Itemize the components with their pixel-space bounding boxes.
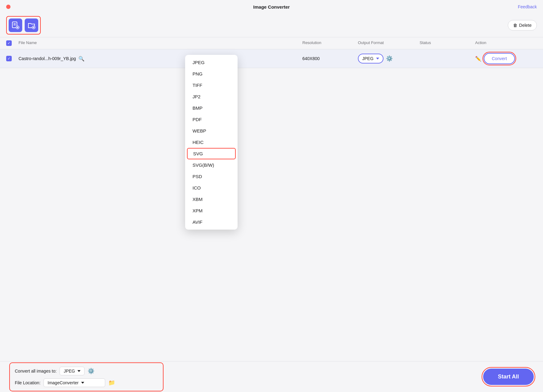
bottom-settings-panel: Convert all images to: JPEG ⚙️ File Loca… xyxy=(9,362,164,391)
chevron-down-icon xyxy=(376,58,379,59)
edit-icon[interactable]: ✏️ xyxy=(475,56,481,62)
convert-all-format-value: JPEG xyxy=(64,369,75,374)
action-cell: ✏️ Convert xyxy=(475,53,537,64)
file-location-value: ImageConverter xyxy=(48,380,78,385)
dropdown-item-svgbw[interactable]: SVG(B/W) xyxy=(185,159,238,171)
dropdown-item-svg[interactable]: SVG xyxy=(187,148,236,159)
file-location-select[interactable]: ImageConverter xyxy=(44,378,105,387)
convert-all-format-select[interactable]: JPEG xyxy=(60,367,85,375)
dropdown-item-png[interactable]: PNG xyxy=(185,68,238,80)
dropdown-item-heic[interactable]: HEIC xyxy=(185,137,238,148)
trash-icon: 🗑 xyxy=(513,23,517,28)
select-all-checkbox[interactable]: ✓ xyxy=(6,40,12,46)
convert-all-label: Convert all images to: xyxy=(15,369,56,374)
format-dropdown-menu: JPEG PNG TIFF JP2 BMP PDF WEBP HEIC SVG … xyxy=(185,55,238,230)
file-name-cell: Castro-randol...h-009r_YB.jpg 🔍 xyxy=(19,56,302,62)
format-select-dropdown[interactable]: JPEG xyxy=(358,54,383,63)
dropdown-item-xbm[interactable]: XBM xyxy=(185,194,238,205)
col-filename: File Name xyxy=(19,40,302,46)
browse-folder-icon[interactable]: 📁 xyxy=(108,379,115,386)
dropdown-item-bmp[interactable]: BMP xyxy=(185,102,238,114)
add-file-button[interactable] xyxy=(9,18,22,32)
col-status: Status xyxy=(420,40,475,46)
row-checkbox[interactable]: ✓ xyxy=(6,56,12,61)
delete-button[interactable]: 🗑 Delete xyxy=(508,20,537,31)
toolbar: 🗑 Delete xyxy=(0,14,543,37)
file-location-row: File Location: ImageConverter 📁 xyxy=(15,378,158,387)
bottom-bar: Convert all images to: JPEG ⚙️ File Loca… xyxy=(0,361,543,392)
table-row: ✓ Castro-randol...h-009r_YB.jpg 🔍 640X80… xyxy=(0,49,543,68)
dropdown-item-avif[interactable]: AVIF xyxy=(185,216,238,228)
dropdown-item-psd[interactable]: PSD xyxy=(185,171,238,182)
convert-all-row: Convert all images to: JPEG ⚙️ xyxy=(15,367,158,375)
chevron-down-icon-bottom xyxy=(77,370,81,372)
add-folder-button[interactable] xyxy=(25,18,38,32)
resolution-cell: 640X800 xyxy=(302,56,358,61)
toolbar-left xyxy=(6,16,41,35)
start-all-button[interactable]: Start All xyxy=(483,369,534,385)
convert-all-settings-button[interactable]: ⚙️ xyxy=(88,368,94,374)
format-cell: JPEG ⚙️ xyxy=(358,54,420,63)
col-resolution: Resolution xyxy=(302,40,358,46)
chevron-down-location-icon xyxy=(81,382,84,384)
col-output-format: Output Format xyxy=(358,40,420,46)
traffic-light-close[interactable] xyxy=(6,5,10,9)
dropdown-item-ico[interactable]: ICO xyxy=(185,182,238,194)
dropdown-item-jp2[interactable]: JP2 xyxy=(185,91,238,102)
format-select-value: JPEG xyxy=(362,56,374,61)
dropdown-item-xpm[interactable]: XPM xyxy=(185,205,238,216)
dropdown-item-tiff[interactable]: TIFF xyxy=(185,80,238,91)
file-name-text: Castro-randol...h-009r_YB.jpg xyxy=(19,56,76,61)
file-location-label: File Location: xyxy=(15,380,40,385)
app-title: Image Converter xyxy=(253,4,290,10)
dropdown-item-jpeg[interactable]: JPEG xyxy=(185,57,238,68)
preview-icon[interactable]: 🔍 xyxy=(78,56,85,62)
feedback-link[interactable]: Feedback xyxy=(518,4,537,9)
dropdown-item-pdf[interactable]: PDF xyxy=(185,114,238,125)
dropdown-item-webp[interactable]: WEBP xyxy=(185,125,238,137)
format-settings-button[interactable]: ⚙️ xyxy=(386,55,393,62)
delete-label: Delete xyxy=(519,23,532,28)
title-bar: Image Converter Feedback xyxy=(0,0,543,14)
col-action: Action xyxy=(475,40,537,46)
table-header: ✓ File Name Resolution Output Format Sta… xyxy=(0,37,543,49)
convert-button[interactable]: Convert xyxy=(484,53,515,64)
